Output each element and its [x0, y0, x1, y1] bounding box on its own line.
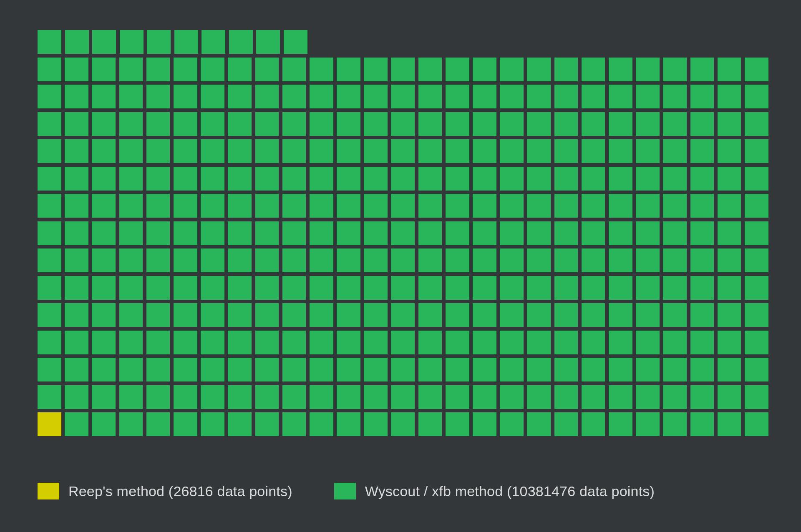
pictogram-unit — [446, 385, 469, 409]
pictogram-unit — [364, 85, 388, 108]
pictogram-unit — [391, 303, 415, 327]
pictogram-unit — [310, 358, 333, 381]
pictogram-unit — [174, 358, 197, 381]
pictogram-unit — [745, 303, 768, 327]
pictogram-unit — [582, 385, 605, 409]
pictogram-unit — [527, 194, 551, 218]
pictogram-unit — [119, 358, 143, 381]
pictogram-unit — [65, 30, 89, 54]
pictogram-unit — [446, 194, 469, 218]
pictogram-unit — [201, 331, 224, 354]
pictogram-row — [38, 276, 772, 304]
pictogram-unit — [337, 221, 360, 245]
pictogram-unit — [473, 248, 496, 272]
pictogram-unit — [256, 30, 280, 54]
pictogram-unit — [636, 85, 660, 108]
pictogram-row — [38, 194, 772, 221]
pictogram-unit — [391, 194, 415, 218]
pictogram-unit — [690, 412, 714, 436]
pictogram-unit — [147, 30, 171, 54]
pictogram-unit — [174, 30, 198, 54]
pictogram-unit — [500, 167, 524, 191]
pictogram-unit — [282, 248, 306, 272]
pictogram-unit — [418, 221, 442, 245]
pictogram-unit — [473, 85, 496, 108]
pictogram-unit — [446, 331, 469, 354]
pictogram-unit — [690, 221, 714, 245]
pictogram-unit — [473, 385, 496, 409]
pictogram-unit — [582, 194, 605, 218]
pictogram-unit — [92, 139, 116, 163]
pictogram-unit — [119, 85, 143, 108]
pictogram-unit — [119, 385, 143, 409]
pictogram-unit — [473, 194, 496, 218]
pictogram-unit — [663, 139, 687, 163]
pictogram-unit — [364, 303, 388, 327]
pictogram-unit — [92, 194, 116, 218]
pictogram-unit — [473, 221, 496, 245]
pictogram-unit — [554, 358, 578, 381]
pictogram-unit — [473, 139, 496, 163]
pictogram-unit — [609, 194, 632, 218]
pictogram-unit — [500, 112, 524, 136]
pictogram-unit — [310, 331, 333, 354]
pictogram-unit — [391, 276, 415, 300]
pictogram-unit — [582, 248, 605, 272]
pictogram-unit — [636, 385, 660, 409]
pictogram-unit — [146, 194, 170, 218]
pictogram-unit — [718, 248, 741, 272]
pictogram-unit — [228, 412, 252, 436]
pictogram-unit — [119, 167, 143, 191]
pictogram-unit — [554, 58, 578, 81]
pictogram-unit — [228, 276, 252, 300]
pictogram-unit — [228, 85, 252, 108]
pictogram-unit — [282, 167, 306, 191]
pictogram-unit — [609, 303, 632, 327]
pictogram-unit — [337, 358, 360, 381]
pictogram-unit — [282, 276, 306, 300]
pictogram-unit — [418, 194, 442, 218]
pictogram-row — [38, 30, 772, 58]
pictogram-unit — [745, 58, 768, 81]
pictogram-unit — [690, 167, 714, 191]
pictogram-unit — [663, 248, 687, 272]
pictogram-unit — [500, 139, 524, 163]
pictogram-row — [38, 167, 772, 194]
pictogram-unit — [310, 58, 333, 81]
pictogram-unit — [473, 58, 496, 81]
pictogram-unit — [364, 58, 388, 81]
legend-swatch-reep — [38, 483, 59, 499]
pictogram-unit — [65, 112, 88, 136]
pictogram-unit — [527, 276, 551, 300]
pictogram-unit — [92, 112, 116, 136]
pictogram-unit — [582, 303, 605, 327]
pictogram-unit — [337, 385, 360, 409]
pictogram-unit — [636, 331, 660, 354]
pictogram-unit — [718, 139, 741, 163]
pictogram-unit — [310, 412, 333, 436]
pictogram-unit — [527, 167, 551, 191]
pictogram-unit — [282, 303, 306, 327]
pictogram-unit — [146, 58, 170, 81]
pictogram-unit — [174, 331, 197, 354]
pictogram-unit — [473, 112, 496, 136]
pictogram-unit — [718, 385, 741, 409]
pictogram-unit — [582, 85, 605, 108]
pictogram-unit — [663, 58, 687, 81]
pictogram-unit — [229, 30, 253, 54]
pictogram-row — [38, 139, 772, 167]
pictogram-row — [38, 385, 772, 413]
pictogram-unit — [228, 331, 252, 354]
pictogram-unit — [282, 85, 306, 108]
pictogram-unit — [255, 194, 279, 218]
pictogram-unit — [745, 112, 768, 136]
pictogram-unit — [391, 221, 415, 245]
pictogram-unit — [337, 85, 360, 108]
pictogram-unit — [92, 331, 116, 354]
pictogram-unit — [718, 58, 741, 81]
chart-canvas: Reep's method (26816 data points) Wyscou… — [0, 0, 801, 532]
pictogram-unit — [418, 358, 442, 381]
pictogram-unit — [582, 221, 605, 245]
pictogram-unit — [364, 221, 388, 245]
pictogram-unit — [174, 248, 197, 272]
